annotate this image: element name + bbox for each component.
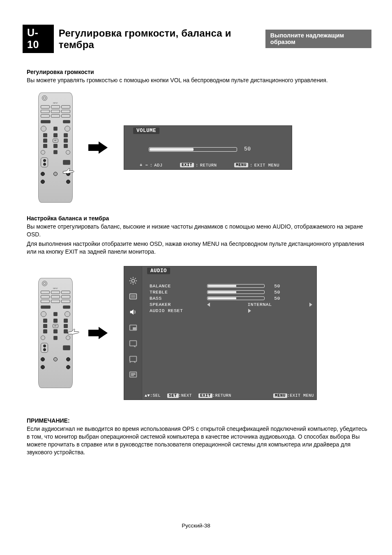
- svg-rect-2: [131, 295, 135, 298]
- power-button-icon: [42, 95, 47, 101]
- audio-value: 50: [269, 283, 280, 289]
- hint-exit-key: MENU: [273, 393, 287, 398]
- audio-slider[interactable]: [207, 290, 265, 294]
- brightness-icon[interactable]: [129, 276, 138, 285]
- osd-hints: ▲▼:SEL SET:NEXT EXIT:RETURN MENU:EXIT ME…: [145, 393, 314, 398]
- audio-slider[interactable]: [207, 296, 265, 300]
- audio-row[interactable]: SPEAKERINTERNAL: [150, 301, 312, 308]
- section-heading: Настройка баланса и тембра: [27, 215, 371, 222]
- audio-row[interactable]: AUDIO RESET: [150, 308, 312, 314]
- audio-row-label: SPEAKER: [150, 302, 203, 307]
- hint-exit-key: MENU: [234, 163, 248, 167]
- page-title: Регулировка громкости, баланса и тембра: [59, 25, 261, 53]
- svg-rect-5: [129, 341, 136, 346]
- volume-value: 50: [244, 146, 251, 152]
- osd-audio-main: AUDIO BALANCE50TREBLE50BASS50SPEAKERINTE…: [142, 266, 316, 400]
- hint-next: NEXT: [181, 393, 192, 398]
- screen-icon[interactable]: [129, 292, 138, 301]
- hint-return: RETURN: [215, 393, 231, 398]
- section-paragraph: Вы можете отрегулировать баланс, высокие…: [27, 223, 371, 238]
- hint-sel-key: ▲▼: [145, 393, 150, 398]
- triangle-left-icon[interactable]: [207, 303, 210, 307]
- audio-icon[interactable]: [129, 308, 138, 317]
- hint-exit: EXIT MENU: [290, 393, 314, 398]
- audio-value: 50: [269, 289, 280, 295]
- osd-title: AUDIO: [147, 268, 170, 274]
- pip-icon[interactable]: [129, 323, 138, 332]
- volume-fill: [150, 148, 194, 151]
- header-note-badge: Выполните надлежащим образом: [265, 30, 371, 48]
- pointing-hand-icon: [62, 168, 75, 175]
- audio-slider[interactable]: [207, 284, 265, 288]
- hint-sel: SEL: [153, 393, 161, 398]
- hint-return-key: EXIT: [180, 163, 194, 167]
- triangle-right-icon[interactable]: [248, 309, 251, 313]
- audio-row[interactable]: BALANCE50: [150, 283, 312, 289]
- audio-row-label: TREBLE: [150, 289, 203, 295]
- audio-row[interactable]: BASS50: [150, 295, 312, 301]
- hint-adj-key: + −: [140, 163, 148, 168]
- svg-rect-4: [133, 328, 136, 330]
- audio-row-label: BALANCE: [150, 283, 203, 289]
- audio-rows: BALANCE50TREBLE50BASS50SPEAKERINTERNALAU…: [150, 283, 312, 314]
- hint-next-key: SET: [167, 393, 179, 398]
- audio-row[interactable]: TREBLE50: [150, 289, 312, 295]
- section-number-badge: U-10: [23, 25, 54, 53]
- osd-title: VOLUME: [133, 127, 159, 134]
- advanced-icon[interactable]: [129, 370, 138, 379]
- triangle-right-icon[interactable]: [309, 303, 312, 307]
- page-header: U-10 Регулировка громкости, баланса и те…: [23, 25, 371, 53]
- note-heading: ПРИМЕЧАНИЕ:: [27, 417, 371, 424]
- osd-audio-panel: AUDIO BALANCE50TREBLE50BASS50SPEAKERINTE…: [124, 266, 317, 400]
- power-button-icon: [42, 281, 47, 286]
- hint-adj: ADJ: [154, 163, 162, 168]
- section-paragraph: Для выполнения настройки отобразите меню…: [27, 240, 371, 256]
- audio-row-label: AUDIO RESET: [150, 308, 203, 313]
- hint-exit: EXIT MENU: [254, 163, 279, 168]
- hint-return-key: EXIT: [198, 393, 212, 398]
- section-volume: Регулировка громкости Вы можете управлят…: [23, 69, 371, 203]
- svg-rect-6: [129, 356, 136, 362]
- page-footer: Русский-38: [0, 523, 392, 529]
- figure-volume: INPUT SET: [38, 92, 371, 203]
- page: U-10 Регулировка громкости, баланса и те…: [0, 0, 392, 555]
- hint-return: RETURN: [200, 163, 217, 168]
- remote-label: INPUT: [41, 288, 70, 289]
- remote-control-illustration: INPUT SET: [38, 278, 73, 388]
- pointing-hand-icon: [67, 328, 80, 336]
- section-balance: Настройка баланса и тембра Вы можете отр…: [23, 215, 371, 400]
- audio-slider-fill: [208, 285, 236, 287]
- audio-slider-fill: [208, 297, 236, 299]
- section-paragraph: Вы можете управлять громкостью с помощью…: [27, 76, 371, 84]
- arrow-right-icon: [88, 327, 108, 339]
- figure-audio: INPUT SET: [38, 266, 371, 400]
- svg-point-0: [131, 280, 134, 282]
- remote-control-illustration: INPUT SET: [38, 92, 73, 203]
- note-text: Если аудиосигнал не выводится во время и…: [27, 425, 371, 456]
- remote-label: INPUT: [41, 102, 70, 104]
- audio-option: INTERNAL: [214, 302, 305, 307]
- note-section: ПРИМЕЧАНИЕ: Если аудиосигнал не выводитс…: [23, 417, 371, 456]
- audio-value: 50: [269, 296, 280, 301]
- osd-volume-panel: VOLUME 50 + −:ADJ EXIT:RETURN MENU:EXIT …: [124, 125, 292, 170]
- config1-icon[interactable]: [129, 339, 138, 348]
- audio-slider-fill: [208, 291, 236, 293]
- section-heading: Регулировка громкости: [27, 69, 371, 75]
- osd-side-icons: [124, 266, 142, 400]
- config2-icon[interactable]: [129, 354, 138, 363]
- volume-slider[interactable]: [149, 147, 237, 152]
- osd-hints: + −:ADJ EXIT:RETURN MENU:EXIT MENU: [124, 163, 292, 168]
- arrow-right-icon: [88, 141, 108, 154]
- audio-row-label: BASS: [150, 296, 203, 301]
